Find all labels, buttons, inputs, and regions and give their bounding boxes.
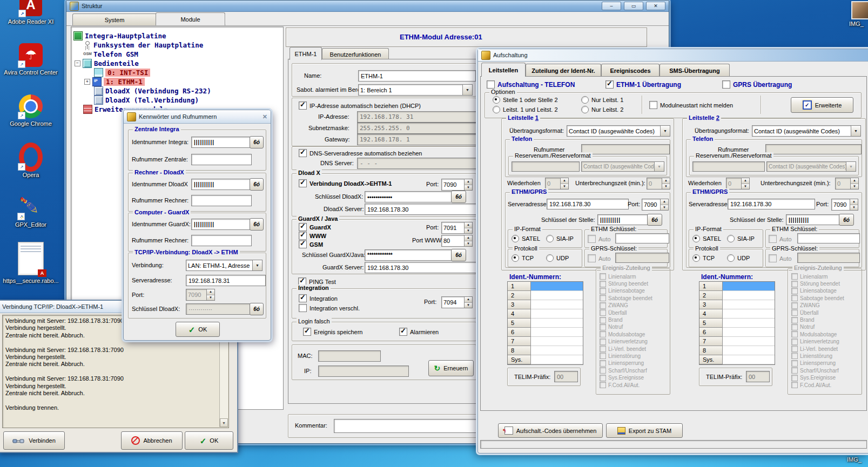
checkbox[interactable] [791,353,798,359]
tab-system[interactable]: System [72,13,157,25]
spinner-arrows[interactable]: ▲▼ [662,178,670,189]
ereignis-item[interactable]: Li-Verl. beendet [600,346,652,352]
ls-serveradresse-field[interactable]: 192.168.178.30 [547,199,629,209]
ereignis-item[interactable]: F.Cod.Al/Aut. [791,382,844,388]
checkbox[interactable] [600,360,606,367]
tree-item-integra[interactable]: Integra-Hauptplatine [73,31,166,40]
erweiterte-button[interactable]: ✓ Erweiterte [791,97,853,113]
radio-sia-ip[interactable]: SIA-IP [727,235,755,242]
dns-checkbox-row[interactable]: DNS-Serveradresse automatisch beziehen [299,149,422,157]
spinner-arrows[interactable]: ▲▼ [741,178,749,189]
ereignis-speichern-row[interactable]: Ereignis speichern [303,328,363,336]
radio-icon[interactable] [692,235,700,242]
guardx-checkbox-row[interactable]: GuardX [299,223,331,231]
module-name-field[interactable]: ETHM-1 [358,70,476,82]
radio-icon[interactable] [581,96,589,104]
spinner-arrows[interactable]: ▲▼ [206,289,214,300]
show-password-button[interactable]: 6ó [250,303,264,315]
rufnummer-rechner-field[interactable] [191,195,252,206]
telim-field[interactable]: 00 [554,371,578,382]
desktop-icon-pdf-document[interactable]: A https__secure.rabo... [1,242,60,284]
wiederholen-spinner[interactable]: 0▲▼ [726,178,750,189]
dloadx-server-field[interactable]: 192.168.178.30 [365,204,477,215]
auto-checkbox[interactable] [588,254,596,262]
checkbox[interactable] [791,302,798,309]
ereignis-item[interactable]: Notruf [600,324,652,330]
radio-udp[interactable]: UDP [546,254,569,262]
radio-tcp[interactable]: TCP [692,254,715,262]
integration-checkbox-row[interactable]: Integration [299,294,338,302]
checkbox[interactable] [600,331,606,337]
ereignis-item[interactable]: Liniensabotage [791,288,844,294]
minimize-button[interactable]: – [602,2,621,10]
ident-table-2[interactable]: 12345678Sys. [699,281,775,365]
kenn-ok-button[interactable]: ✓ OK [176,322,220,337]
tree-item-ethm1[interactable]: + 1: ETHM-1 [84,77,145,86]
desktop-icon-gpx-editor[interactable]: ✎∿↗ GPX_Editor [1,194,60,228]
guardx-checkbox[interactable] [299,223,307,231]
auto-row[interactable]: Auto [769,235,792,243]
checkbox[interactable] [600,317,606,323]
erneuern-button[interactable]: ↻ Erneuern [428,360,474,376]
ident-row[interactable]: 2 [699,291,775,300]
dloadx-connection-row[interactable]: Verbindung DloadX->EHTM-1 [299,179,392,187]
gsm-checkbox-row[interactable]: GSM [299,240,323,248]
dhcp-checkbox[interactable] [299,101,307,110]
tab-ereigniscodes[interactable]: Ereigniscodes [601,64,660,77]
ident-row[interactable]: 5 [508,319,583,328]
ereignis-item[interactable]: ZWANG [791,302,844,309]
integration-port-spinner[interactable]: 7094▲▼ [441,296,473,308]
show-password-button[interactable]: 6ó [250,136,264,148]
checkbox[interactable] [791,309,798,316]
tree-item-dloadx-rs232[interactable]: DloadX (Verbindung RS-232) [94,86,211,95]
ereignis-item[interactable]: Linienstörung [791,353,844,359]
ls-port-spinner[interactable]: 7090▲▼ [831,199,858,211]
ident-row[interactable]: 3 [508,300,583,309]
port-spinner[interactable]: 7090▲▼ [186,289,215,301]
dloadx-port-spinner[interactable]: 7090▲▼ [441,179,473,191]
checkbox[interactable] [791,317,798,323]
checkbox[interactable] [791,375,798,381]
tab-ethm1[interactable]: ETHM-1 [290,47,322,60]
verbinden-button[interactable]: Verbinden [3,431,65,450]
ereignis-item[interactable]: Liniensabotage [600,288,652,294]
ereignis-item[interactable]: Sabotage beendet [791,295,844,301]
spinner-arrows[interactable]: ▲▼ [850,178,858,189]
gsm-checkbox[interactable] [299,240,307,248]
radio-icon[interactable] [512,235,519,242]
desktop-icon-opera[interactable]: ↗ Opera [1,145,60,178]
ereignis-item[interactable]: Scharf/Unscharf [600,367,652,374]
tab-benutzerfunktionen[interactable]: Benutzerfunktionen [322,48,389,60]
modulneustart-row[interactable]: Modulneustart nicht melden [649,101,733,109]
ls-port-spinner[interactable]: 7090▲▼ [642,199,669,211]
serveradresse-field[interactable]: 192.168.178.31 [186,275,266,286]
www-port-spinner[interactable]: 80▲▼ [441,235,473,247]
integration-checkbox[interactable] [299,294,307,302]
reserveformat-dropdown[interactable]: Contact ID (ausgewählte Codes)▼ [766,161,856,172]
show-password-button[interactable]: 6ó [451,191,466,203]
aufschaltung-telefon-checkbox[interactable] [487,80,495,89]
aufschaltung-telefon-row[interactable]: Aufschaltung - TELEFON [487,80,575,89]
www-checkbox-row[interactable]: WWW [299,232,326,240]
show-password-button[interactable]: 6ó [839,214,854,226]
ereignis-item[interactable]: Modulsabotage [600,331,652,337]
alarmieren-checkbox[interactable] [399,328,407,336]
checkbox[interactable] [600,288,606,294]
checkbox[interactable] [600,295,606,301]
spinner-arrows[interactable]: ▲▼ [464,235,472,246]
checkbox[interactable] [600,273,606,280]
ereignis-item[interactable]: Sys.Ereignisse [791,374,844,381]
ereignis-item[interactable]: Li-Verl. beendet [791,346,844,352]
schluessel-stelle-field[interactable]: |||||||||| [786,214,840,225]
abbrechen-button[interactable]: Abbrechen [121,431,183,450]
maximize-button[interactable]: ▭ [624,2,643,10]
radio-udp[interactable]: UDP [727,254,750,262]
checkbox[interactable] [791,273,798,280]
ident-row[interactable]: 6 [699,328,775,337]
show-password-button[interactable]: 6ó [451,249,466,261]
checkbox[interactable] [600,375,606,381]
verbindung-dropdown[interactable]: LAN: ETHM-1, Adresse▼ [186,260,263,271]
tree-item-dloadx-tel[interactable]: DloadX (Tel.Verbindung) [94,96,199,104]
ereignis-item[interactable]: Überfall [791,309,844,316]
ereignis-item[interactable]: Linienalarm [600,273,652,280]
